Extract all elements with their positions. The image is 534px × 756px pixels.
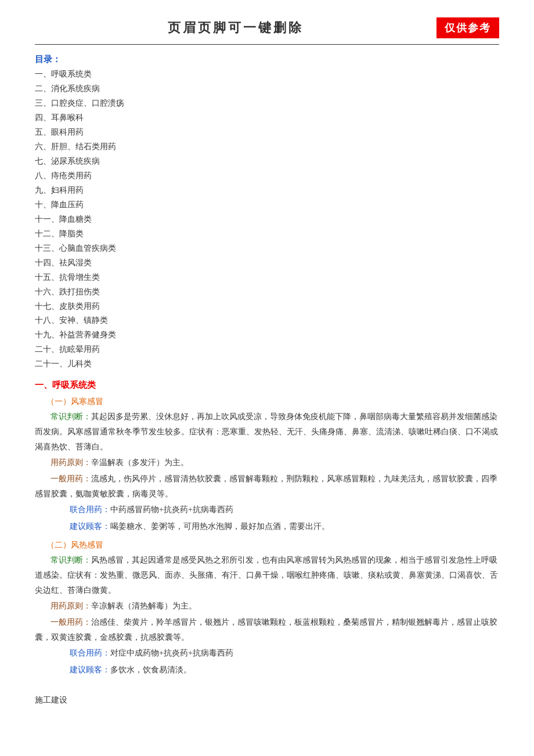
toc-item: 九、妇科用药 — [35, 183, 499, 198]
subsection2-usage: 用药原则：辛凉解表（清热解毒）为主。 — [35, 599, 499, 614]
header-divider — [35, 44, 499, 45]
toc-item: 三、口腔炎症、口腔溃疡 — [35, 96, 499, 111]
toc-item: 二、消化系统疾病 — [35, 82, 499, 96]
subsection1-heading: （一）风寒感冒 — [35, 397, 499, 407]
toc-item: 二十、抗眩晕用药 — [35, 343, 499, 357]
toc-item: 六、肝胆、结石类用药 — [35, 140, 499, 154]
subsection2-general: 一般用药：治感佳、柴黄片，羚羊感冒片，银翘片，感冒咳嗽颗粒，板蓝根颗粒，桑菊感冒… — [35, 615, 499, 645]
common-text-1: 其起因多是劳累、没休息好，再加上吹风或受凉，导致身体免疫机能下降，鼻咽部病毒大量… — [35, 412, 498, 451]
toc-item: 十六、跌打扭伤类 — [35, 285, 499, 300]
subsection1-usage: 用药原则：辛温解表（多发汗）为主。 — [35, 455, 499, 470]
toc-item: 七、泌尿系统疾病 — [35, 154, 499, 169]
subsection1-suggest: 建议顾客：喝姜糖水、姜粥等，可用热水泡脚，最好加点酒，需要出汗。 — [35, 519, 499, 535]
toc-item: 十、降血压药 — [35, 198, 499, 213]
usage-label-2: 用药原则： — [50, 602, 91, 610]
toc-item: 十七、皮肤类用药 — [35, 300, 499, 314]
combined-label-2: 联合用药： — [70, 649, 110, 657]
footer-text: 施工建设 — [35, 695, 499, 705]
subsection2-common: 常识判断：风热感冒，其起因通常是感受风热之邪所引发，也有由风寒感冒转为风热感冒的… — [35, 553, 499, 597]
subsection2-combined: 联合用药：对症中成药物+抗炎药+抗病毒西药 — [35, 646, 499, 661]
section1-heading: 一、呼吸系统类 — [35, 380, 499, 391]
toc-title: 目录： — [35, 54, 499, 65]
subsection1-common: 常识判断：其起因多是劳累、没休息好，再加上吹风或受凉，导致身体免疫机能下降，鼻咽… — [35, 409, 499, 454]
toc-section: 目录： 一、呼吸系统类二、消化系统疾病三、口腔炎症、口腔溃疡四、耳鼻喉科五、眼科… — [35, 54, 499, 372]
header-badge: 仅供参考 — [436, 17, 499, 38]
subsection1: （一）风寒感冒 常识判断：其起因多是劳累、没休息好，再加上吹风或受凉，导致身体免… — [35, 397, 499, 534]
subsection1-general: 一般用药：流感丸，伤风停片，感冒清热软胶囊，感冒解毒颗粒，荆防颗粒，风寒感冒颗粒… — [35, 471, 499, 501]
general-text-1: 流感丸，伤风停片，感冒清热软胶囊，感冒解毒颗粒，荆防颗粒，风寒感冒颗粒，九味羌活… — [35, 474, 497, 498]
usage-label-1: 用药原则： — [50, 458, 91, 467]
general-label-1: 一般用药： — [50, 474, 91, 483]
header: 页眉页脚可一键删除 仅供参考 — [35, 17, 499, 38]
subsection2-heading: （二）风热感冒 — [35, 540, 499, 550]
common-label-2: 常识判断： — [50, 556, 91, 564]
toc-item: 一、呼吸系统类 — [35, 67, 499, 82]
toc-item: 八、痔疮类用药 — [35, 169, 499, 183]
toc-item: 五、眼科用药 — [35, 125, 499, 140]
general-label-2: 一般用药： — [50, 618, 91, 627]
subsection1-combined: 联合用药：中药感冒药物+抗炎药+抗病毒西药 — [35, 502, 499, 518]
toc-item: 十九、补益营养健身类 — [35, 328, 499, 343]
toc-item: 十三、心脑血管疾病类 — [35, 242, 499, 256]
combined-text-1: 中药感冒药物+抗炎药+抗病毒西药 — [110, 505, 233, 514]
combined-label-1: 联合用药： — [70, 505, 110, 514]
toc-item: 十五、抗骨增生类 — [35, 271, 499, 285]
toc-item: 十四、祛风湿类 — [35, 256, 499, 271]
combined-text-2: 对症中成药物+抗炎药+抗病毒西药 — [110, 649, 233, 657]
usage-text-1: 辛温解表（多发汗）为主。 — [91, 458, 189, 467]
subsection2-suggest: 建议顾客：多饮水，饮食易清淡。 — [35, 663, 499, 678]
subsection2: （二）风热感冒 常识判断：风热感冒，其起因通常是感受风热之邪所引发，也有由风寒感… — [35, 540, 499, 678]
toc-item: 十二、降脂类 — [35, 227, 499, 242]
suggest-text-1: 喝姜糖水、姜粥等，可用热水泡脚，最好加点酒，需要出汗。 — [110, 522, 330, 531]
suggest-text-2: 多饮水，饮食易清淡。 — [110, 665, 192, 674]
suggest-label-2: 建议顾客： — [70, 665, 110, 674]
common-label-1: 常识判断： — [50, 412, 91, 421]
common-text-2: 风热感冒，其起因通常是感受风热之邪所引发，也有由风寒感冒转为风热感冒的现象，相当… — [35, 556, 498, 594]
usage-text-2: 辛凉解表（清热解毒）为主。 — [91, 602, 197, 610]
toc-item: 四、耳鼻喉科 — [35, 111, 499, 125]
header-title: 页眉页脚可一键删除 — [168, 20, 304, 35]
toc-item: 十八、安神、镇静类 — [35, 314, 499, 328]
toc-list: 一、呼吸系统类二、消化系统疾病三、口腔炎症、口腔溃疡四、耳鼻喉科五、眼科用药六、… — [35, 67, 499, 372]
toc-item: 十一、降血糖类 — [35, 213, 499, 227]
page-container: 页眉页脚可一键删除 仅供参考 目录： 一、呼吸系统类二、消化系统疾病三、口腔炎症… — [0, 0, 534, 723]
general-text-2: 治感佳、柴黄片，羚羊感冒片，银翘片，感冒咳嗽颗粒，板蓝根颗粒，桑菊感冒片，精制银… — [35, 618, 497, 642]
toc-item: 二十一、儿科类 — [35, 357, 499, 372]
suggest-label-1: 建议顾客： — [70, 522, 110, 531]
